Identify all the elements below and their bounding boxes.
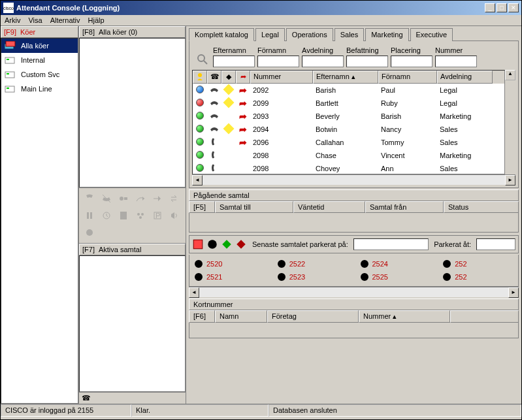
table-row[interactable]: ➦2092BarishPaulLegal (193, 84, 504, 97)
queues-header: [F9] Köer (1, 26, 78, 38)
phone-icon (207, 150, 221, 161)
tool-notes[interactable] (116, 208, 131, 223)
tab-sales[interactable]: Sales (334, 28, 365, 41)
all-queues-title: Alla köer (0) (99, 28, 137, 36)
cell-efternamn: Bartlett (313, 99, 378, 107)
filter-input-nummer[interactable] (435, 56, 477, 67)
park-number: 2524 (372, 260, 388, 268)
close-button[interactable]: ✕ (508, 3, 519, 12)
filter-input-fornamn[interactable] (257, 56, 299, 67)
park-slot[interactable]: 2524 (361, 260, 431, 268)
tab-executive[interactable]: Executive (410, 28, 453, 41)
tool-park[interactable]: P (150, 208, 165, 223)
svg-rect-11 (90, 212, 92, 219)
park-slot[interactable]: 2520 (195, 260, 265, 268)
table-row[interactable]: 2098ChoveyAnnSales (193, 162, 504, 174)
tool-conference[interactable] (133, 208, 148, 223)
park-slot[interactable]: 2522 (278, 260, 348, 268)
table-row[interactable]: ➦2096CallahanTommySales (193, 136, 504, 149)
tool-hold[interactable] (82, 208, 97, 223)
filter-input-efternamn[interactable] (213, 56, 255, 67)
col-phone-icon[interactable]: ☎ (207, 71, 221, 84)
svg-point-24 (208, 240, 217, 249)
presence-icon (196, 99, 204, 106)
speed-dial-area (189, 323, 519, 338)
phone-icon (207, 163, 221, 174)
queue-item-label: Alla köer (21, 42, 49, 50)
tab-operations[interactable]: Operations (286, 28, 333, 41)
queue-item-internal[interactable]: Internal (1, 53, 78, 67)
tool-swap[interactable] (167, 191, 182, 206)
scroll-right-icon[interactable]: ► (508, 287, 519, 298)
menu-visa[interactable]: Visa (28, 16, 42, 24)
queue-item-custom[interactable]: Custom Svc (1, 67, 78, 82)
park-hscroll[interactable]: ◄ ► (189, 287, 519, 297)
park-slot[interactable]: 252 (443, 260, 513, 268)
directory-vscroll[interactable]: ▲ (505, 70, 515, 174)
col-avdelning[interactable]: Avdelning (437, 71, 493, 84)
tool-transfer-blind[interactable] (150, 191, 165, 206)
scroll-left-icon[interactable]: ◄ (189, 287, 199, 298)
tool-page[interactable] (167, 208, 182, 223)
table-row[interactable]: ➦2093BeverlyBarishMarketing (193, 110, 504, 123)
col-vantetid[interactable]: Väntetid (293, 201, 365, 213)
col-status[interactable]: Status (444, 201, 519, 213)
park-green-icon[interactable] (221, 238, 233, 250)
menu-hjalp[interactable]: Hjälp (88, 16, 105, 24)
filter-input-befattning[interactable] (346, 56, 388, 67)
svg-text:P: P (155, 212, 160, 219)
col-foretag[interactable]: Företag (267, 310, 359, 323)
ongoing-calls-header: [F5] Samtal till Väntetid Samtal från St… (189, 201, 519, 213)
queues-key: [F9] (4, 28, 16, 36)
col-fornamn[interactable]: Förnamn (378, 71, 437, 84)
park-last-label: Senaste samtalet parkerat på: (252, 240, 348, 248)
col-presence-icon[interactable] (193, 71, 207, 84)
col-samtal-till[interactable]: Samtal till (215, 201, 293, 213)
col-nummer[interactable]: Nummer (250, 71, 313, 84)
col-sd-nummer[interactable]: Nummer ▴ (359, 310, 450, 323)
active-calls-area (79, 255, 186, 392)
park-retrieve-icon[interactable] (192, 238, 204, 250)
table-row[interactable]: 2098ChaseVincentMarketing (193, 149, 504, 162)
tab-marketing[interactable]: Marketing (365, 28, 408, 41)
cell-fornamn: Ruby (378, 99, 437, 107)
directory-hscroll[interactable]: ◄ ► (192, 174, 515, 185)
col-namn[interactable]: Namn (215, 310, 267, 323)
filter-input-placering[interactable] (391, 56, 432, 67)
table-row[interactable]: ➦2094BotwinNancySales (193, 123, 504, 136)
tool-transfer[interactable] (133, 191, 148, 206)
svg-point-20 (198, 55, 204, 61)
table-row[interactable]: ➦2099BartlettRubyLegal (193, 97, 504, 110)
menu-alternativ[interactable]: Alternativ (50, 16, 80, 24)
ongoing-calls-area (189, 213, 519, 233)
tool-hangup[interactable] (99, 191, 114, 206)
park-slot[interactable]: 252 (443, 273, 513, 281)
park-slot[interactable]: 2525 (361, 273, 431, 281)
tool-record[interactable] (82, 225, 97, 240)
col-note-icon[interactable]: ◆ (221, 71, 236, 84)
park-slot[interactable]: 2521 (195, 273, 265, 281)
col-arrow-icon[interactable]: ➦ (236, 71, 250, 84)
maximize-button[interactable]: □ (497, 3, 507, 12)
park-status-icon[interactable] (206, 238, 218, 250)
park-red-icon[interactable] (235, 238, 247, 250)
tool-answer[interactable] (82, 191, 97, 206)
queue-item-mainline[interactable]: Main Line (1, 82, 78, 96)
cell-nummer: 2094 (250, 125, 313, 133)
col-efternamn[interactable]: Efternamn ▴ (313, 71, 378, 84)
menu-arkiv[interactable]: Arkiv (5, 16, 20, 24)
park-slot[interactable]: 2523 (278, 273, 348, 281)
forward-icon: ➦ (236, 85, 250, 95)
col-samtal-fran[interactable]: Samtal från (365, 201, 444, 213)
tab-legal[interactable]: Legal (255, 28, 285, 41)
tool-dial[interactable] (116, 191, 131, 206)
queue-item-all[interactable]: Alla köer (1, 39, 78, 53)
minimize-button[interactable]: _ (485, 3, 495, 12)
filter-input-avdelning[interactable] (302, 56, 344, 67)
queue-icon (4, 55, 17, 65)
scroll-left-icon[interactable]: ◄ (192, 175, 203, 186)
tool-retrieve[interactable] (99, 208, 114, 223)
tab-komplett[interactable]: Komplett katalog (189, 28, 254, 41)
phone-footer: ☎ (79, 392, 186, 404)
scroll-right-icon[interactable]: ► (505, 175, 515, 186)
